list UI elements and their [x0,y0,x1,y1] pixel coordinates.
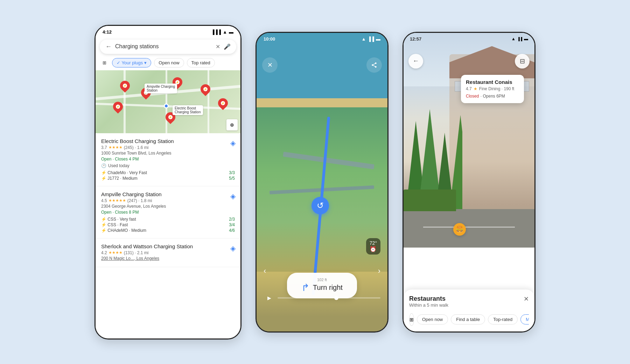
status-bar-3: 12:57 ▲ ▐▐ ▬ [404,33,534,44]
reviews: (131) · 2.1 mi [124,250,149,255]
play-icon[interactable]: ▶ [264,292,275,304]
back-icon[interactable]: ← [105,43,112,50]
next-button[interactable]: › [378,266,380,276]
map-pin: ⚡ [198,82,212,96]
status-bar-1: 4:12 ▐▐▐ ▲ ▬ [96,26,240,37]
map-road [166,70,167,133]
station-item[interactable]: Electric Boost Charging Station 3.7 ★★★★… [96,133,240,186]
more-filter[interactable]: More [520,314,529,324]
status-icons-3: ▲ ▐▐ ▬ [511,36,528,41]
status-icons-1: ▐▐▐ ▲ ▬ [211,29,233,35]
share-button[interactable] [366,57,382,73]
rating-star: ★ [474,86,477,91]
svg-point-1 [372,64,373,66]
open-now-filter[interactable]: Open now [417,314,448,324]
navigate-icon[interactable]: ◈ [230,244,236,252]
svg-point-0 [375,62,377,64]
popup-restaurant-name: Restaurant Conais [466,79,519,85]
wifi-icon: ▲ [511,36,516,41]
charger-row: ⚡ CSS · Fast 3/4 [101,222,235,228]
search-bar[interactable]: ← Charging stations ✕ 🎤 [100,40,236,54]
your-plugs-btn[interactable]: ✓ Your plugs ▾ [112,58,151,67]
filter-icon-btn[interactable]: ⊞ [409,313,414,326]
stars: ★★★★★ [108,198,126,203]
rating-value: 3.7 [101,145,107,150]
panel-close-btn[interactable]: ✕ [524,295,529,303]
charger-row: ⚡ CSS · Very fast 2/3 [101,216,235,222]
pin-inner: ⚡ [168,115,173,119]
close-button[interactable]: ✕ [262,57,278,73]
svg-line-3 [373,65,375,66]
reviews: (247) · 1.8 mi [127,198,152,203]
battery-icon: ▬ [229,29,233,35]
progress-track[interactable] [278,297,380,299]
mic-icon[interactable]: 🎤 [224,43,231,50]
station-rating: 3.7 ★★★★ (245) · 1.6 mi [101,145,235,150]
charger-row: ⚡ ChadeMo · Very Fast 3/3 [101,170,235,176]
wifi-icon: ▲ [362,36,366,42]
charger-row: ⚡ J1772 · Medium 5/5 [101,176,235,181]
user-location-dot [164,104,169,108]
battery-icon: ▬ [524,36,528,41]
station-status: Open · Closes 8 PM [101,210,235,215]
station-rating: 4.5 ★★★★★ (247) · 1.8 mi [101,198,235,203]
map-pin: ⚡ [111,100,125,114]
pin-inner: ⚡ [221,101,225,105]
panel-title-group: Restaurants Within a 5 min walk [409,295,448,312]
station-list: Electric Boost Charging Station 3.7 ★★★★… [96,133,240,338]
map-road [208,70,209,133]
reviews: (245) · 1.6 mi [124,145,149,150]
signal-icon: ▐▐ [368,36,374,42]
temp-value: 72° [370,240,377,246]
restaurant-popup[interactable]: Restaurant Conais 4.7 ★ Fine Dining · 19… [461,75,524,103]
rating-value: 4.2 [101,250,107,255]
phone-2-inner: ↺ 10:00 ▲ ▐▐ ▬ ✕ ‹ › 72° ⏰ [257,33,387,331]
water-area [257,33,387,108]
menu-button[interactable]: ⊟ [515,54,530,69]
phone-3-inner: 12:57 ▲ ▐▐ ▬ ← ⊟ Restaurant Conais 4.7 ★… [404,33,534,331]
charger-type: ⚡ CHAdeMO · Medium [101,228,146,233]
station-name: Sherlock and Wattson Charging Station [101,243,235,249]
battery-icon: ▬ [376,36,380,42]
panel-header: Restaurants Within a 5 min walk ✕ [409,295,529,312]
map-road [124,70,126,133]
top-rated-filter[interactable]: Top-rated [488,314,518,324]
street-view [404,33,534,248]
turn-icon: ↱ [301,282,309,293]
map-area[interactable]: ⚡ ⚡ ⚡ ⚡ ⚡ ⚡ ⚡ Ampville ChargingStation E… [96,70,240,133]
map-label-ampville: Ampville ChargingStation [145,84,177,93]
station-item[interactable]: Ampville Charging Station 4.5 ★★★★★ (247… [96,186,240,238]
status-icons-2: ▲ ▐▐ ▬ [362,36,380,42]
open-time: · Opens 6PM [481,94,505,99]
charger-type: ⚡ ChadeMo · Very Fast [101,170,147,175]
back-button[interactable]: ← [408,54,423,69]
pin-inner: ⚡ [203,87,208,91]
road [404,209,534,248]
charger-avail: 4/6 [229,228,235,233]
top-rated-btn[interactable]: Top rated [187,58,215,67]
prev-button[interactable]: ‹ [264,266,266,276]
wifi-icon: ▲ [223,29,227,35]
station-item[interactable]: Sherlock and Wattson Charging Station 4.… [96,238,240,267]
charger-type: ⚡ CSS · Very fast [101,217,136,222]
popup-rating: 4.7 ★ Fine Dining · 190 ft [466,86,519,91]
filter-icon-btn[interactable]: ⊞ [100,58,109,67]
navigate-icon[interactable]: ◈ [230,139,236,147]
clear-icon[interactable]: ✕ [216,43,220,50]
rating-value: 4.5 [101,198,107,203]
map-layers-btn[interactable]: ⊕ [226,119,238,130]
find-table-filter[interactable]: Find a table [451,314,485,324]
station-address: 200 N Magic Lo..., Los Angeles [101,256,235,261]
svg-point-2 [375,66,377,68]
charger-avail: 5/5 [229,176,235,181]
charger-type: ⚡ J1772 · Medium [101,176,138,181]
phone-2: ↺ 10:00 ▲ ▐▐ ▬ ✕ ‹ › 72° ⏰ [255,32,388,333]
map-pin: ⚡ [118,79,132,93]
open-now-btn[interactable]: Open now [154,58,184,67]
signal-icon: ▐▐ [517,37,522,41]
road-line [423,227,515,228]
navigate-icon[interactable]: ◈ [230,192,236,200]
station-name: Ampville Charging Station [101,191,235,197]
station-address: 1000 Sunrise Town Blvd, Los Angeles [101,151,235,156]
station-address: 2304 George Avenue, Los Angeles [101,204,235,209]
